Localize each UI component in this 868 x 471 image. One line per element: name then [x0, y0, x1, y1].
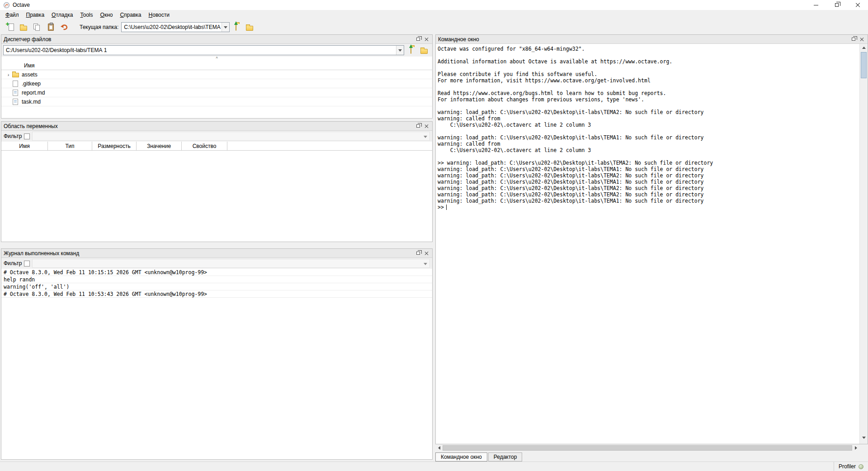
- folder-up-button[interactable]: [230, 21, 242, 33]
- prompt-symbol: >>: [438, 204, 444, 210]
- history-entry[interactable]: help randn: [1, 276, 432, 283]
- scroll-down-button[interactable]: [860, 434, 868, 441]
- command-output-line: Octave was configured for "x86_64-w64-mi…: [438, 46, 859, 52]
- scroll-up-button[interactable]: [860, 44, 868, 51]
- file-row[interactable]: task.md: [1, 97, 432, 106]
- command-output-line: [438, 84, 859, 90]
- folder-actions-button[interactable]: [419, 44, 429, 56]
- file-list-header[interactable]: Имя: [1, 61, 432, 70]
- open-folder-icon: [20, 26, 27, 31]
- minimize-icon: [814, 5, 818, 5]
- undock-button[interactable]: [849, 36, 857, 43]
- scrollbar-thumb[interactable]: [443, 445, 852, 451]
- current-folder-dropdown-button[interactable]: [222, 23, 229, 32]
- copy-button[interactable]: [31, 21, 43, 33]
- bottom-tab[interactable]: Командное окно: [435, 452, 487, 461]
- menu-item[interactable]: Правка: [23, 10, 48, 19]
- profiler-indicator-icon: [859, 464, 863, 469]
- command-output-line: warning: load_path: C:\Users\u202-02\Des…: [438, 179, 859, 185]
- current-folder-combobox[interactable]: C:\Users\u202-02\Desktop\it-labs\ТЕМА 1: [121, 22, 230, 32]
- profiler-status[interactable]: Profiler: [834, 462, 868, 471]
- bottom-tab[interactable]: Редактор: [488, 452, 523, 461]
- file-name: task.md: [22, 99, 41, 105]
- close-panel-button[interactable]: [858, 36, 866, 43]
- command-output-line: [438, 52, 859, 58]
- chevron-down-icon: [398, 49, 402, 52]
- file-row[interactable]: › assets: [1, 70, 432, 79]
- filter-label: Фильтр: [4, 260, 22, 266]
- command-output-line: Read https://www.octave.org/bugs.html to…: [438, 90, 859, 96]
- menu-item[interactable]: Отладка: [48, 10, 76, 19]
- column-header[interactable]: Имя: [1, 142, 48, 150]
- arrow-right-icon: [855, 446, 857, 450]
- column-header[interactable]: Значение: [137, 142, 182, 150]
- column-header[interactable]: Размерность: [92, 142, 137, 150]
- open-file-button[interactable]: [17, 21, 30, 33]
- command-output-line: warning: load_path: C:\Users\u202-02\Des…: [438, 134, 859, 141]
- command-output-line: warning: load_path: C:\Users\u202-02\Des…: [438, 191, 859, 198]
- filter-combobox[interactable]: [32, 259, 430, 268]
- path-combobox[interactable]: C:/Users/u202-02/Desktop/it-labs/ТЕМА 1: [3, 45, 404, 55]
- vertical-scrollbar[interactable]: [859, 44, 868, 444]
- horizontal-scrollbar[interactable]: [435, 445, 859, 451]
- column-header[interactable]: Тип: [48, 142, 92, 150]
- command-window-output[interactable]: Octave was configured for "x86_64-w64-mi…: [436, 44, 859, 444]
- undo-button[interactable]: [58, 21, 71, 33]
- undock-button[interactable]: [414, 250, 422, 257]
- expander-icon[interactable]: ›: [5, 72, 12, 77]
- one-directory-up-button[interactable]: [406, 44, 416, 56]
- file-browser-titlebar[interactable]: Диспетчер файлов: [1, 35, 432, 44]
- history-filter-row: Фильтр: [1, 258, 432, 269]
- browse-folder-button[interactable]: [243, 21, 256, 33]
- filter-checkbox[interactable]: [24, 261, 30, 266]
- octave-logo-icon: [3, 2, 10, 9]
- workspace-titlebar[interactable]: Область переменных: [1, 122, 432, 131]
- arrow-down-icon: [862, 437, 866, 439]
- menu-item[interactable]: Новости: [145, 10, 173, 19]
- text-cursor: [446, 205, 447, 210]
- chevron-down-icon: [424, 136, 427, 138]
- command-window-titlebar[interactable]: Командное окно: [436, 35, 868, 44]
- command-window-panel: Командное окно Octave was configured for…: [435, 34, 868, 444]
- file-rows: › assets .gitkeep report.md task.md: [1, 70, 432, 106]
- file-name: assets: [22, 71, 38, 78]
- command-prompt-line[interactable]: >>: [438, 204, 859, 210]
- new-script-button[interactable]: [4, 21, 16, 33]
- file-list[interactable]: ^ Имя › assets .gitkeep report.md task.m: [1, 57, 432, 118]
- menu-item[interactable]: Справка: [116, 10, 145, 19]
- history-titlebar[interactable]: Журнал выполненных команд: [1, 249, 432, 258]
- undo-icon: [60, 24, 68, 31]
- close-panel-button[interactable]: [423, 36, 430, 43]
- undock-button[interactable]: [414, 123, 422, 129]
- menu-item[interactable]: Файл: [2, 10, 23, 19]
- column-header[interactable]: Свойство: [182, 142, 227, 150]
- history-entry[interactable]: # Octave 8.3.0, Wed Feb 11 10:15:15 2026…: [1, 269, 432, 276]
- filter-combobox[interactable]: [32, 132, 430, 141]
- scroll-right-button[interactable]: [852, 445, 859, 451]
- menu-item[interactable]: Tools: [77, 10, 97, 19]
- command-output-line: warning: load_path: C:\Users\u202-02\Des…: [438, 109, 859, 115]
- filter-checkbox[interactable]: [24, 133, 30, 139]
- scrollbar-corner: [859, 445, 868, 451]
- workspace-table-body[interactable]: [1, 151, 432, 242]
- scrollbar-thumb[interactable]: [861, 52, 867, 78]
- name-column-header: Имя: [24, 62, 34, 69]
- history-entry[interactable]: # Octave 8.3.0, Wed Feb 11 10:53:43 2026…: [1, 290, 432, 298]
- workspace-panel: Область переменных Фильтр ИмяТипРазмерно…: [1, 121, 433, 242]
- history-entry[interactable]: warning('off', 'all'): [1, 283, 432, 290]
- path-dropdown-button[interactable]: [396, 46, 404, 55]
- undock-button[interactable]: [414, 36, 422, 43]
- file-row[interactable]: .gitkeep: [1, 79, 432, 88]
- restore-button[interactable]: [826, 0, 847, 10]
- command-output-line: C:\Users\u202-02\.octaverc at line 2 col…: [438, 122, 859, 128]
- minimize-button[interactable]: [806, 0, 826, 10]
- path-value: C:/Users/u202-02/Desktop/it-labs/ТЕМА 1: [4, 46, 396, 55]
- scroll-left-button[interactable]: [435, 445, 443, 451]
- menu-item[interactable]: Окно: [97, 10, 117, 19]
- close-panel-button[interactable]: [423, 123, 430, 129]
- file-row[interactable]: report.md: [1, 88, 432, 97]
- window-titlebar[interactable]: Octave: [0, 0, 868, 10]
- paste-button[interactable]: [44, 21, 57, 33]
- close-panel-button[interactable]: [423, 250, 430, 257]
- close-button[interactable]: [847, 0, 868, 10]
